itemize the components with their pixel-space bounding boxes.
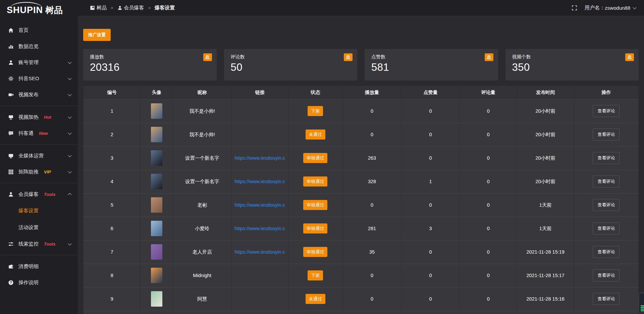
person-icon bbox=[117, 5, 122, 10]
cell-num bbox=[84, 311, 141, 314]
cell-avatar bbox=[141, 287, 173, 311]
sidebar-item[interactable]: 视频发布 bbox=[0, 87, 78, 103]
col-header-plays: 播放量 bbox=[342, 86, 401, 99]
status-badge[interactable]: 审核通过 bbox=[303, 247, 327, 257]
status-badge[interactable]: 下架 bbox=[308, 270, 323, 280]
breadcrumb: 树品 > 会员爆客 > 爆客设置 bbox=[90, 5, 175, 11]
user-menu[interactable]: 用户名： zswodun88 bbox=[585, 5, 636, 11]
cell-plays: 0 bbox=[342, 123, 401, 146]
view-comments-button[interactable]: 查看评论 bbox=[593, 269, 620, 281]
sidebar-item[interactable]: 矩阵助推VIP bbox=[0, 164, 78, 180]
cell-comments: 0 bbox=[460, 123, 517, 146]
status-badge[interactable]: 未通过 bbox=[306, 129, 325, 140]
status-badge[interactable]: 审核通过 bbox=[303, 176, 327, 187]
video-link[interactable]: https://www.iesdouyin.c bbox=[232, 202, 288, 208]
help-icon: ? bbox=[8, 280, 14, 285]
video-link[interactable]: https://www.iesdouyin.c bbox=[232, 179, 288, 184]
sidebar-divider bbox=[0, 255, 78, 255]
app-square-icon bbox=[90, 5, 95, 10]
username-value: zswodun88 bbox=[605, 5, 630, 11]
sidebar-item[interactable]: 账号管理 bbox=[0, 54, 78, 70]
cell-time: 20小时前 bbox=[517, 170, 574, 193]
view-comments-button[interactable]: 查看评论 bbox=[593, 152, 620, 164]
avatar bbox=[151, 268, 162, 283]
cell-status bbox=[288, 311, 342, 314]
promo-settings-button[interactable]: 推广设置 bbox=[83, 29, 111, 41]
sidebar-item[interactable]: 抖音SEO bbox=[0, 70, 78, 87]
view-comments-button[interactable]: 查看评论 bbox=[593, 105, 620, 117]
chevron-down-icon bbox=[68, 153, 71, 157]
cell-actions: 查看评论 bbox=[574, 170, 638, 193]
view-comments-button[interactable]: 查看评论 bbox=[593, 293, 620, 305]
cell-likes: 0 bbox=[401, 264, 460, 287]
view-comments-button[interactable]: 查看评论 bbox=[593, 175, 620, 188]
cell-link: https://www.iesdouyin.c bbox=[231, 146, 288, 170]
cell-link bbox=[231, 123, 288, 146]
sidebar-item[interactable]: 首页 bbox=[0, 22, 78, 38]
floating-widget[interactable] bbox=[639, 293, 644, 313]
status-badge[interactable]: 审核通过 bbox=[303, 153, 327, 163]
col-header-comments: 评论量 bbox=[460, 86, 517, 99]
status-badge[interactable]: 审核通过 bbox=[303, 200, 327, 210]
col-header-likes: 点赞量 bbox=[401, 86, 460, 99]
widget-bar bbox=[641, 309, 644, 310]
cell-num: 9 bbox=[84, 287, 141, 311]
video-link[interactable]: https://www.iesdouyin.c bbox=[232, 226, 288, 231]
chevron-down-icon bbox=[68, 60, 71, 64]
breadcrumb-item-home[interactable]: 树品 bbox=[90, 5, 107, 11]
sidebar-item-label: 账号管理 bbox=[18, 59, 39, 66]
cell-avatar bbox=[141, 311, 173, 314]
status-badge[interactable]: 未通过 bbox=[306, 294, 325, 304]
table-row: 3设置一个新名字https://www.iesdouyin.c审核通过26300… bbox=[84, 146, 639, 170]
cell-nickname: 设置一个新名字 bbox=[173, 146, 231, 170]
cell-plays: 328 bbox=[342, 170, 401, 193]
sidebar-item-tag: Hot bbox=[44, 115, 51, 120]
cell-num: 5 bbox=[84, 193, 141, 217]
sidebar-item-tag: New bbox=[39, 131, 48, 136]
total-badge: 总 bbox=[203, 53, 212, 61]
view-comments-button[interactable]: 查看评论 bbox=[593, 199, 620, 211]
stat-value: 350 bbox=[512, 61, 632, 73]
sidebar-item[interactable]: 全媒体运营 bbox=[0, 148, 78, 164]
sidebar-item[interactable]: 数据总览 bbox=[0, 38, 78, 54]
cell-time: 20小时前 bbox=[517, 123, 574, 146]
chart-icon bbox=[8, 44, 14, 49]
avatar bbox=[151, 291, 162, 307]
breadcrumb-item-section[interactable]: 会员爆客 bbox=[117, 5, 144, 11]
sidebar-item-label: 线索监控 bbox=[18, 241, 39, 247]
cell-nickname: 老彬 bbox=[173, 193, 231, 217]
video-link[interactable]: https://www.iesdouyin.c bbox=[232, 155, 288, 161]
sidebar-item[interactable]: 会员爆客Tools bbox=[0, 186, 78, 202]
stat-value: 50 bbox=[231, 61, 351, 73]
sidebar-item[interactable]: 视频加热Hot bbox=[0, 109, 78, 125]
table-row bbox=[84, 311, 639, 314]
table-row: 7老人开店https://www.iesdouyin.c审核通过35002021… bbox=[84, 240, 639, 264]
view-comments-button[interactable]: 查看评论 bbox=[593, 246, 620, 258]
sidebar-item-label: 操作说明 bbox=[18, 279, 39, 286]
status-badge[interactable]: 下架 bbox=[308, 106, 323, 116]
fullscreen-icon[interactable] bbox=[572, 5, 577, 11]
sidebar-item[interactable]: 抖客通New bbox=[0, 125, 78, 141]
chevron-down-icon bbox=[68, 92, 71, 96]
sidebar-item[interactable]: 线索监控Tools bbox=[0, 236, 78, 252]
status-badge[interactable]: 审核通过 bbox=[303, 223, 327, 233]
widget-bar bbox=[641, 307, 644, 308]
cell-plays: 35 bbox=[342, 240, 401, 264]
cell-avatar bbox=[141, 146, 173, 170]
sidebar-subitem[interactable]: 爆客设置 bbox=[0, 202, 78, 219]
cell-time: 20小时前 bbox=[517, 146, 574, 170]
video-link[interactable]: https://www.iesdouyin.c bbox=[232, 249, 288, 255]
logo-cjk: 树品 bbox=[45, 4, 63, 16]
stat-card-videos: 视频个数 350 总 bbox=[505, 49, 639, 81]
sidebar-item[interactable]: ?操作说明 bbox=[0, 274, 78, 291]
chevron-down-icon bbox=[68, 169, 71, 173]
view-comments-button[interactable]: 查看评论 bbox=[593, 128, 620, 141]
cell-link bbox=[231, 264, 288, 287]
app-logo[interactable]: SHUPIN 树品 bbox=[0, 0, 78, 20]
logo-latin: SHUPIN bbox=[7, 5, 43, 15]
view-comments-button[interactable]: 查看评论 bbox=[593, 222, 620, 234]
table-row: 6小爱玲https://www.iesdouyin.c审核通过281301天前查… bbox=[84, 217, 639, 240]
sidebar-subitem-label: 爆客设置 bbox=[18, 208, 39, 214]
sidebar-subitem[interactable]: 活动设置 bbox=[0, 219, 78, 236]
sidebar-item[interactable]: 消费明细 bbox=[0, 258, 78, 274]
